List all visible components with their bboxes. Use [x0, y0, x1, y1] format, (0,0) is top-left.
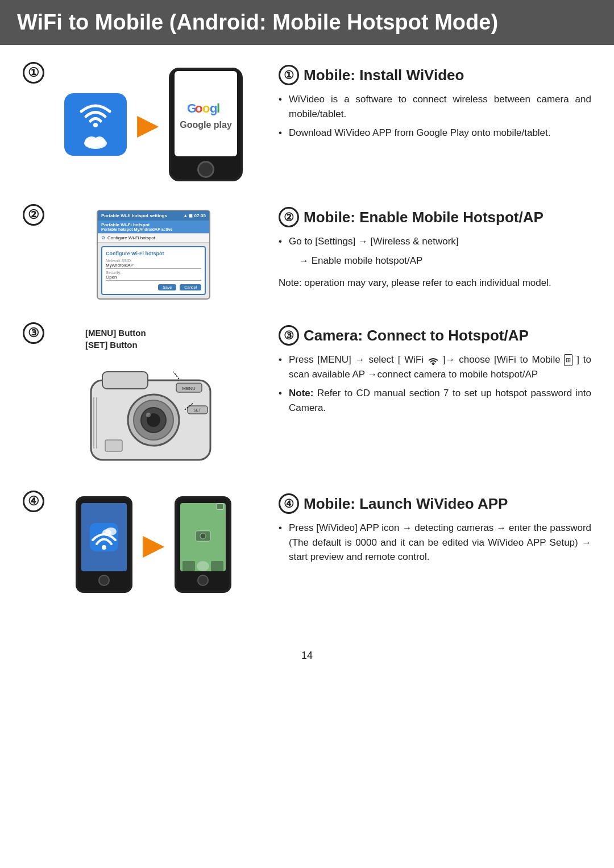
section-4-bullets: Press [WiVideo] APP icon → detecting cam…	[279, 521, 591, 564]
settings-top-header: Portable Wi-fi hotspot settings ▲ ◼ 07:3…	[98, 211, 209, 221]
wifi-mobile-icon: ⊞	[564, 354, 572, 366]
bullet-1-2: Download WiVideo APP from Google Play on…	[279, 126, 591, 140]
settings-dialog-title: Configure Wi-Fi hotspot	[106, 251, 201, 256]
section-3-bullets: Press [MENU] → select [ WiFi ]→ choose […	[279, 352, 591, 415]
settings-screenshot: Portable Wi-fi hotspot settings ▲ ◼ 07:3…	[97, 210, 210, 300]
section-2-bullets: Go to [Settings] → [Wireless & network]	[279, 234, 591, 249]
bullet-3-1: Press [MENU] → select [ WiFi ]→ choose […	[279, 352, 591, 381]
settings-row-hotspot: Portable Wi-Fi hotspot Portable hotspot …	[98, 221, 209, 234]
section-3: ③ [MENU] Button [SET] Button	[23, 322, 591, 468]
settings-dialog-buttons: Save Cancel	[106, 284, 201, 290]
step-2-illustration: Portable Wi-fi hotspot settings ▲ ◼ 07:3…	[97, 210, 210, 300]
svg-point-29	[102, 529, 111, 536]
section-2: ② Portable Wi-fi hotspot settings ▲ ◼ 07…	[23, 204, 591, 300]
section-3-title-text: Camera: Connect to Hotspot/AP	[304, 327, 529, 344]
wivideo-icon	[87, 520, 121, 554]
camera-thumb-1	[182, 561, 195, 571]
step-4-circle: ④	[23, 491, 44, 512]
phone-wivideo-screen	[81, 503, 127, 571]
page-header: WiFi to Mobile (Android: Mobile Hotspot …	[0, 0, 614, 45]
phone-home-button	[197, 161, 214, 178]
phone-camera-preview	[175, 496, 231, 593]
section-4-right: ④ Mobile: Launch WiVideo APP Press [WiVi…	[262, 491, 591, 569]
bullet-3-2: Note: Refer to CD manual section 7 to se…	[279, 386, 591, 415]
title-circle-2: ②	[279, 207, 299, 227]
svg-line-23	[173, 372, 179, 379]
arrow-right-icon: ▶	[137, 110, 159, 139]
svg-text:o: o	[195, 101, 202, 115]
arrow-right-icon-2: ▶	[143, 530, 164, 559]
title-circle-1: ①	[279, 65, 299, 85]
section-3-left: ③ [MENU] Button [SET] Button	[23, 322, 262, 468]
camera-controls-row	[182, 561, 223, 571]
bullet-4-1: Press [WiVideo] APP icon → detecting cam…	[279, 521, 591, 564]
phone-wivideo-app	[76, 496, 132, 593]
camera-illustration: MENU SET	[74, 352, 233, 466]
settings-cancel-btn[interactable]: Cancel	[180, 284, 201, 290]
phone-screen: G o o g l Google play	[175, 71, 237, 156]
phone-small-home-btn	[98, 575, 110, 586]
menu-button-label: [MENU] Button	[85, 328, 233, 338]
step-3-illustration: [MENU] Button [SET] Button MENU	[74, 328, 233, 468]
bullet-2-1: Go to [Settings] → [Wireless & network]	[279, 234, 591, 249]
phone-camera-screen	[180, 503, 226, 571]
svg-text:o: o	[202, 101, 210, 115]
section-1-bullets: WiVideo is a software to connect wireles…	[279, 92, 591, 140]
section-2-title-text: Mobile: Enable Mobile Hotspot/AP	[304, 209, 544, 226]
svg-point-15	[146, 413, 151, 417]
svg-point-0	[93, 123, 98, 127]
bullet-1-1: WiVideo is a software to connect wireles…	[279, 92, 591, 121]
title-circle-4: ④	[279, 493, 299, 514]
section-1-left: ①	[23, 62, 262, 181]
svg-point-3	[94, 136, 105, 147]
page-content: ①	[0, 62, 614, 638]
section-4-title: ④ Mobile: Launch WiVideo APP	[279, 493, 591, 514]
camera-preview-icon	[194, 529, 211, 542]
svg-text:MENU: MENU	[182, 386, 196, 391]
svg-text:l: l	[217, 101, 220, 115]
section-2-sub-bullet: → Enable mobile hotspot/AP	[299, 254, 591, 268]
section-4-left: ④	[23, 491, 262, 593]
cloud-icon	[81, 132, 110, 149]
section-1-title: ① Mobile: Install WiVideo	[279, 65, 591, 85]
phone-small-home-btn-2	[197, 575, 209, 586]
google-logo-icon: G o o g l	[186, 97, 226, 119]
step-1-illustration: ▶ G o o g l Google play	[64, 68, 243, 181]
section-2-note: Note: operation may vary, please refer t…	[279, 276, 591, 290]
section-1-right: ① Mobile: Install WiVideo WiVideo is a s…	[262, 62, 591, 145]
step-4-illustration: ▶	[76, 496, 231, 593]
title-circle-3: ③	[279, 325, 299, 346]
camera-thumb-2	[211, 561, 223, 571]
section-1: ①	[23, 62, 591, 181]
section-3-title: ③ Camera: Connect to Hotspot/AP	[279, 325, 591, 346]
settings-dialog: Configure Wi-Fi hotspot Network SSID: My…	[101, 246, 206, 295]
svg-rect-10	[102, 372, 148, 389]
settings-security-field: Security: Open	[106, 271, 201, 281]
section-2-left: ② Portable Wi-fi hotspot settings ▲ ◼ 07…	[23, 204, 262, 300]
set-button-label: [SET] Button	[85, 340, 233, 350]
phone-google-play: G o o g l Google play	[169, 68, 243, 181]
settings-row-configure: ⚙ Configure Wi-Fi hotspot	[98, 234, 209, 243]
svg-point-31	[200, 533, 206, 539]
section-4-title-text: Mobile: Launch WiVideo APP	[304, 495, 508, 513]
wifi-small-icon	[428, 356, 439, 365]
wifi-cloud-icon	[64, 93, 127, 156]
wifi-symbol-icon	[78, 100, 113, 128]
settings-save-btn[interactable]: Save	[158, 284, 176, 290]
step-1-circle: ①	[23, 62, 44, 84]
google-play-label: Google play	[180, 119, 232, 130]
page-number: 14	[0, 650, 614, 673]
section-2-title: ② Mobile: Enable Mobile Hotspot/AP	[279, 207, 591, 227]
step-3-circle: ③	[23, 322, 44, 344]
step-2-circle: ②	[23, 204, 44, 226]
svg-point-27	[102, 545, 106, 550]
svg-rect-22	[105, 440, 122, 451]
section-4: ④	[23, 491, 591, 593]
page-title: WiFi to Mobile (Android: Mobile Hotspot …	[17, 10, 597, 35]
section-2-right: ② Mobile: Enable Mobile Hotspot/AP Go to…	[262, 204, 591, 290]
section-3-right: ③ Camera: Connect to Hotspot/AP Press [M…	[262, 322, 591, 420]
svg-text:SET: SET	[193, 408, 201, 412]
settings-ssid-field: Network SSID: MyAndroidAP	[106, 259, 201, 269]
section-1-title-text: Mobile: Install WiVideo	[304, 67, 464, 84]
